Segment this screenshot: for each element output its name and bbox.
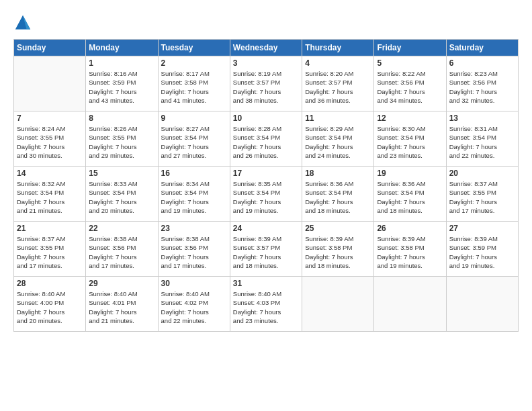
calendar-cell: 8Sunrise: 8:26 AM Sunset: 3:55 PM Daylig… [86,111,158,167]
calendar-cell: 1Sunrise: 8:16 AM Sunset: 3:59 PM Daylig… [86,56,158,111]
calendar: SundayMondayTuesdayWednesdayThursdayFrid… [13,39,519,332]
calendar-cell: 7Sunrise: 8:24 AM Sunset: 3:55 PM Daylig… [14,111,86,167]
day-number: 2 [161,58,227,68]
page: SundayMondayTuesdayWednesdayThursdayFrid… [0,0,532,411]
day-number: 1 [89,58,154,68]
calendar-cell [302,277,374,332]
cell-text: Sunrise: 8:30 AM Sunset: 3:54 PM Dayligh… [377,124,443,160]
calendar-cell: 25Sunrise: 8:39 AM Sunset: 3:58 PM Dayli… [302,222,374,277]
weekday-header-monday: Monday [86,40,158,56]
cell-text: Sunrise: 8:38 AM Sunset: 3:56 PM Dayligh… [161,234,227,270]
calendar-cell: 26Sunrise: 8:39 AM Sunset: 3:58 PM Dayli… [374,222,446,277]
day-number: 5 [377,58,443,68]
calendar-cell: 29Sunrise: 8:40 AM Sunset: 4:01 PM Dayli… [86,277,158,332]
calendar-cell: 12Sunrise: 8:30 AM Sunset: 3:54 PM Dayli… [374,111,446,167]
day-number: 26 [377,224,443,233]
day-number: 14 [17,169,83,178]
weekday-header-tuesday: Tuesday [158,40,230,56]
day-number: 23 [161,224,227,233]
day-number: 20 [449,169,515,178]
day-number: 8 [89,113,154,123]
cell-text: Sunrise: 8:27 AM Sunset: 3:54 PM Dayligh… [161,124,227,160]
cell-text: Sunrise: 8:39 AM Sunset: 3:59 PM Dayligh… [449,234,515,270]
cell-text: Sunrise: 8:39 AM Sunset: 3:58 PM Dayligh… [377,234,443,270]
calendar-cell: 23Sunrise: 8:38 AM Sunset: 3:56 PM Dayli… [158,222,230,277]
day-number: 24 [233,224,299,233]
calendar-cell: 17Sunrise: 8:35 AM Sunset: 3:54 PM Dayli… [230,167,302,222]
cell-text: Sunrise: 8:26 AM Sunset: 3:55 PM Dayligh… [89,124,154,160]
day-number: 17 [233,169,299,178]
logo [13,13,35,32]
weekday-header-sunday: Sunday [14,40,86,56]
day-number: 7 [17,113,83,123]
day-number: 9 [161,113,227,123]
header [13,11,519,32]
cell-text: Sunrise: 8:37 AM Sunset: 3:55 PM Dayligh… [449,179,515,215]
calendar-cell: 4Sunrise: 8:20 AM Sunset: 3:57 PM Daylig… [302,56,374,111]
calendar-cell: 31Sunrise: 8:40 AM Sunset: 4:03 PM Dayli… [230,277,302,332]
calendar-cell: 19Sunrise: 8:36 AM Sunset: 3:54 PM Dayli… [374,167,446,222]
calendar-cell: 15Sunrise: 8:33 AM Sunset: 3:54 PM Dayli… [86,167,158,222]
calendar-cell: 28Sunrise: 8:40 AM Sunset: 4:00 PM Dayli… [14,277,86,332]
day-number: 29 [89,279,154,288]
day-number: 16 [161,169,227,178]
day-number: 22 [89,224,154,233]
calendar-cell: 22Sunrise: 8:38 AM Sunset: 3:56 PM Dayli… [86,222,158,277]
calendar-cell [374,277,446,332]
cell-text: Sunrise: 8:24 AM Sunset: 3:55 PM Dayligh… [17,124,83,160]
cell-text: Sunrise: 8:22 AM Sunset: 3:56 PM Dayligh… [377,69,443,105]
calendar-cell: 18Sunrise: 8:36 AM Sunset: 3:54 PM Dayli… [302,167,374,222]
cell-text: Sunrise: 8:20 AM Sunset: 3:57 PM Dayligh… [305,69,371,105]
weekday-header-saturday: Saturday [446,40,518,56]
week-row-1: 1Sunrise: 8:16 AM Sunset: 3:59 PM Daylig… [14,56,519,111]
cell-text: Sunrise: 8:35 AM Sunset: 3:54 PM Dayligh… [233,179,299,215]
calendar-cell: 2Sunrise: 8:17 AM Sunset: 3:58 PM Daylig… [158,56,230,111]
day-number: 31 [233,279,299,288]
cell-text: Sunrise: 8:39 AM Sunset: 3:58 PM Dayligh… [305,234,371,270]
week-row-2: 7Sunrise: 8:24 AM Sunset: 3:55 PM Daylig… [14,111,519,167]
calendar-cell: 3Sunrise: 8:19 AM Sunset: 3:57 PM Daylig… [230,56,302,111]
weekday-header-thursday: Thursday [302,40,374,56]
calendar-cell: 5Sunrise: 8:22 AM Sunset: 3:56 PM Daylig… [374,56,446,111]
cell-text: Sunrise: 8:39 AM Sunset: 3:57 PM Dayligh… [233,234,299,270]
day-number: 3 [233,58,299,68]
cell-text: Sunrise: 8:40 AM Sunset: 4:02 PM Dayligh… [161,289,227,325]
calendar-cell: 11Sunrise: 8:29 AM Sunset: 3:54 PM Dayli… [302,111,374,167]
calendar-cell: 14Sunrise: 8:32 AM Sunset: 3:54 PM Dayli… [14,167,86,222]
cell-text: Sunrise: 8:16 AM Sunset: 3:59 PM Dayligh… [89,69,154,105]
cell-text: Sunrise: 8:28 AM Sunset: 3:54 PM Dayligh… [233,124,299,160]
cell-text: Sunrise: 8:31 AM Sunset: 3:54 PM Dayligh… [449,124,515,160]
calendar-cell [446,277,518,332]
calendar-cell: 6Sunrise: 8:23 AM Sunset: 3:56 PM Daylig… [446,56,518,111]
cell-text: Sunrise: 8:32 AM Sunset: 3:54 PM Dayligh… [17,179,83,215]
day-number: 10 [233,113,299,123]
day-number: 18 [305,169,371,178]
day-number: 30 [161,279,227,288]
cell-text: Sunrise: 8:40 AM Sunset: 4:01 PM Dayligh… [89,289,154,325]
cell-text: Sunrise: 8:37 AM Sunset: 3:55 PM Dayligh… [17,234,83,270]
day-number: 21 [17,224,83,233]
calendar-cell: 13Sunrise: 8:31 AM Sunset: 3:54 PM Dayli… [446,111,518,167]
day-number: 15 [89,169,154,178]
calendar-cell: 30Sunrise: 8:40 AM Sunset: 4:02 PM Dayli… [158,277,230,332]
weekday-header-friday: Friday [374,40,446,56]
calendar-cell: 20Sunrise: 8:37 AM Sunset: 3:55 PM Dayli… [446,167,518,222]
cell-text: Sunrise: 8:23 AM Sunset: 3:56 PM Dayligh… [449,69,515,105]
calendar-cell: 24Sunrise: 8:39 AM Sunset: 3:57 PM Dayli… [230,222,302,277]
cell-text: Sunrise: 8:17 AM Sunset: 3:58 PM Dayligh… [161,69,227,105]
calendar-cell: 21Sunrise: 8:37 AM Sunset: 3:55 PM Dayli… [14,222,86,277]
day-number: 28 [17,279,83,288]
cell-text: Sunrise: 8:29 AM Sunset: 3:54 PM Dayligh… [305,124,371,160]
cell-text: Sunrise: 8:36 AM Sunset: 3:54 PM Dayligh… [305,179,371,215]
day-number: 12 [377,113,443,123]
cell-text: Sunrise: 8:33 AM Sunset: 3:54 PM Dayligh… [89,179,154,215]
day-number: 25 [305,224,371,233]
cell-text: Sunrise: 8:40 AM Sunset: 4:03 PM Dayligh… [233,289,299,325]
day-number: 11 [305,113,371,123]
week-row-3: 14Sunrise: 8:32 AM Sunset: 3:54 PM Dayli… [14,167,519,222]
cell-text: Sunrise: 8:38 AM Sunset: 3:56 PM Dayligh… [89,234,154,270]
calendar-cell: 10Sunrise: 8:28 AM Sunset: 3:54 PM Dayli… [230,111,302,167]
weekday-header-wednesday: Wednesday [230,40,302,56]
weekday-header-row: SundayMondayTuesdayWednesdayThursdayFrid… [14,40,519,56]
calendar-cell [14,56,86,111]
